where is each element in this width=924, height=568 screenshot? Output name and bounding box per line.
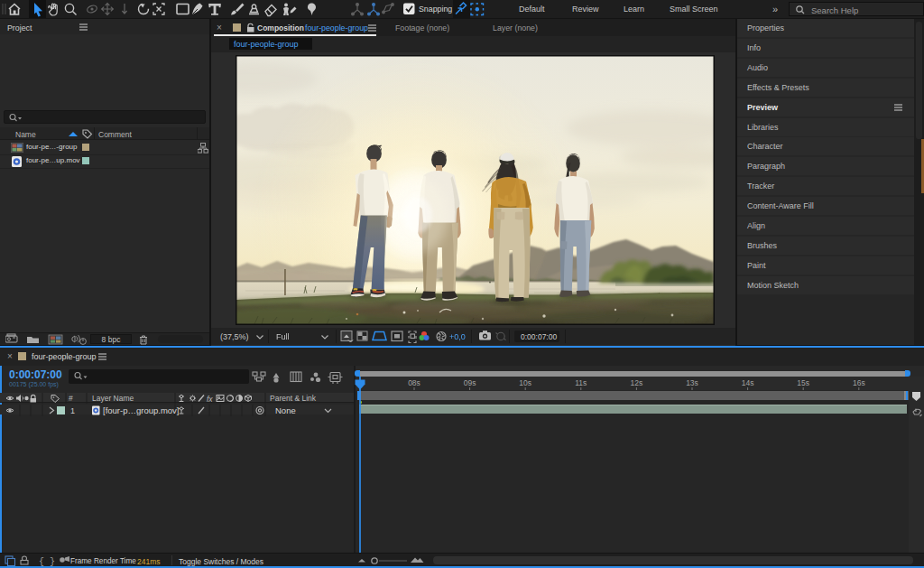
svg-text:11s: 11s xyxy=(575,378,587,387)
svg-text:Parent & Link: Parent & Link xyxy=(270,394,317,403)
svg-text:09s: 09s xyxy=(464,378,476,387)
svg-text:14s: 14s xyxy=(742,378,754,387)
svg-text:1: 1 xyxy=(70,406,75,415)
svg-text:16s: 16s xyxy=(853,378,865,387)
svg-text:fx: fx xyxy=(207,395,213,404)
svg-text:Layer Name: Layer Name xyxy=(92,394,134,403)
svg-text:12s: 12s xyxy=(631,378,643,387)
svg-text:15s: 15s xyxy=(797,378,809,387)
svg-text:None: None xyxy=(275,405,296,415)
svg-text:08s: 08s xyxy=(408,378,420,387)
svg-text:Snapping: Snapping xyxy=(419,5,452,14)
svg-text:#: # xyxy=(69,394,73,403)
svg-text:[four-p…group.mov]: [four-p…group.mov] xyxy=(103,405,179,415)
svg-text:{ }: { } xyxy=(39,557,55,567)
svg-text:13s: 13s xyxy=(686,378,698,387)
svg-text:10s: 10s xyxy=(519,378,531,387)
